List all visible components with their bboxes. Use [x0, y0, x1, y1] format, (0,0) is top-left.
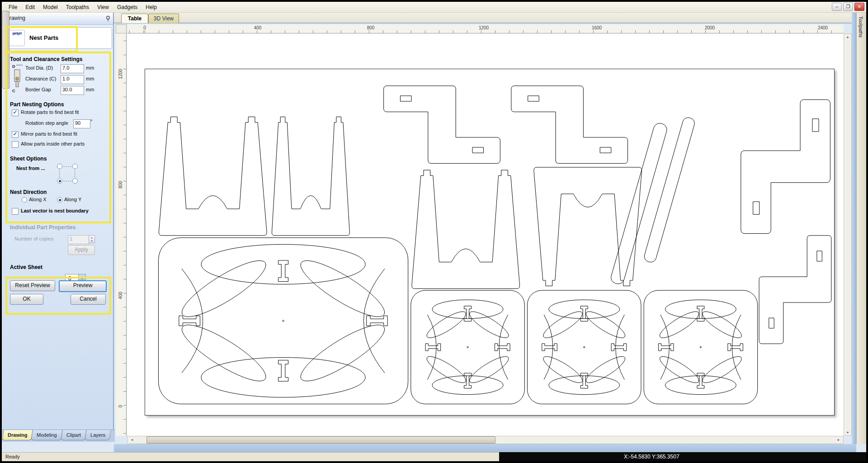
close-button[interactable]: ✕	[854, 3, 864, 11]
menu-gadgets[interactable]: Gadgets	[113, 3, 142, 12]
nest-from-top-right-radio[interactable]	[72, 164, 78, 169]
nest-from-connector	[63, 181, 71, 181]
along-x-radio[interactable]	[22, 197, 27, 203]
restore-button[interactable]: ❐	[843, 3, 853, 11]
clearance-unit: mm	[86, 76, 94, 81]
nest-direction-title: Nest Direction	[10, 189, 47, 195]
tool-dia-label: Tool Dia. (D)	[25, 65, 53, 71]
ok-button[interactable]: OK	[10, 294, 43, 305]
nest-from-top-left-radio[interactable]	[57, 164, 62, 169]
tab-layers[interactable]: Layers	[85, 430, 111, 440]
mirror-parts-label: Mirror parts to find best fit	[21, 131, 77, 137]
preview-button[interactable]: Preview	[59, 280, 107, 292]
rotate-parts-label: Rotate parts to find best fit	[21, 109, 79, 115]
nest-from-bottom-right-radio[interactable]	[72, 178, 78, 184]
gadget-icon: gadget	[9, 30, 25, 46]
ruler-label: 2000	[701, 25, 719, 30]
menubar: File Edit Model Toolpaths View Gadgets H…	[2, 2, 866, 13]
nest-parts-title: Nest Parts	[29, 34, 58, 41]
along-y-label: Along Y	[64, 197, 81, 202]
ruler-label: 400	[249, 25, 267, 30]
ruler-label: 800	[118, 176, 123, 194]
clearance-label: Clearance (C)	[25, 76, 56, 81]
apply-button: Apply	[68, 245, 95, 255]
rotation-step-field[interactable]: 90	[73, 119, 90, 128]
scroll-up-icon[interactable]: ▴	[844, 35, 851, 39]
clearance-field[interactable]: 1.0	[61, 75, 84, 84]
window-frame-strip	[114, 444, 856, 452]
tab-drawing[interactable]: Drawing	[2, 430, 33, 440]
scroll-right-icon[interactable]: ▸	[835, 438, 842, 442]
last-vector-checkbox[interactable]	[12, 208, 19, 215]
ruler-label: 2400	[814, 25, 832, 30]
nested-parts-drawing	[145, 69, 834, 415]
nest-from-connector	[75, 170, 75, 177]
copies-label: Number of copies	[14, 236, 53, 241]
copies-spinner	[89, 235, 95, 243]
tool-dia-unit: mm	[86, 65, 94, 71]
ruler-label: 1200	[118, 65, 123, 83]
vertical-ruler: 1200 800 400 0	[116, 33, 127, 436]
nest-from-connector	[59, 170, 60, 177]
minimize-button[interactable]: –	[832, 3, 842, 11]
toolpaths-tab-label: Toolpaths	[858, 16, 863, 38]
application-window: File Edit Model Toolpaths View Gadgets H…	[0, 0, 868, 463]
ruler-corner	[116, 24, 127, 33]
svg-text:C: C	[12, 89, 15, 93]
sheet-options-title: Sheet Options	[10, 156, 47, 162]
drawing-panel: Drawing gadget Nest Parts Tool and Clear…	[2, 13, 114, 441]
border-gap-field[interactable]: 30.0	[61, 86, 84, 95]
along-x-label: Along X	[29, 197, 47, 202]
material-sheet[interactable]	[145, 69, 835, 416]
vertical-scroll-thumb[interactable]	[2, 11, 9, 89]
active-sheet-label: Active Sheet	[10, 264, 42, 270]
reset-preview-button[interactable]: Reset Preview	[10, 280, 55, 291]
vertical-scrollbar[interactable]: ▴ ▾	[844, 33, 852, 436]
svg-text:D: D	[12, 64, 15, 69]
nest-from-label: Nest from ...	[16, 165, 45, 171]
ruler-label: 400	[118, 287, 123, 305]
view-tab-bar: Table 3D View	[114, 13, 856, 24]
tab-3d-view[interactable]: 3D View	[148, 14, 179, 23]
nest-parts-header: gadget Nest Parts	[4, 27, 112, 49]
menu-help[interactable]: Help	[142, 3, 161, 12]
rotation-step-unit: °	[90, 118, 92, 124]
menu-file[interactable]: File	[5, 3, 21, 12]
last-vector-label: Last vector is nest boundary	[21, 208, 89, 213]
mirror-parts-checkbox[interactable]	[12, 131, 19, 138]
panel-caption-bar: Drawing	[2, 13, 113, 25]
border-gap-unit: mm	[86, 87, 94, 92]
tab-table-view[interactable]: Table	[121, 14, 148, 23]
toolpaths-panel-tab[interactable]: Toolpaths	[856, 13, 866, 444]
nest-from-bottom-left-radio[interactable]	[57, 178, 62, 184]
part-nesting-title: Part Nesting Options	[10, 101, 64, 108]
ruler-label: 800	[362, 25, 380, 30]
tool-clearance-title: Tool and Clearance Settings	[10, 56, 82, 62]
allow-inside-checkbox[interactable]	[12, 141, 19, 148]
individual-properties-title: Individual Part Properties	[10, 224, 75, 231]
tool-dia-field[interactable]: 7.0	[61, 64, 84, 73]
rotate-parts-checkbox[interactable]	[12, 109, 19, 116]
menu-edit[interactable]: Edit	[21, 3, 39, 12]
pin-icon[interactable]	[105, 15, 111, 22]
horizontal-scroll-thumb[interactable]	[146, 436, 495, 444]
rotation-step-label: Rotation step angle	[25, 120, 68, 126]
menu-toolpaths[interactable]: Toolpaths	[62, 3, 93, 12]
status-ready-text: Ready	[2, 452, 499, 461]
allow-inside-label: Allow parts inside other parts	[21, 141, 85, 146]
tab-clipart[interactable]: Clipart	[61, 430, 86, 440]
ruler-label: 1200	[475, 25, 493, 30]
menu-view[interactable]: View	[93, 3, 113, 12]
menu-model[interactable]: Model	[39, 3, 62, 12]
cancel-button[interactable]: Cancel	[71, 294, 106, 305]
panel-tab-strip: Drawing Modeling Clipart Layers	[2, 430, 115, 442]
scroll-down-icon[interactable]: ▾	[844, 430, 851, 435]
along-y-radio[interactable]	[57, 197, 62, 203]
ruler-label: 1600	[588, 25, 606, 30]
nest-from-connector	[63, 166, 71, 167]
tab-modeling[interactable]: Modeling	[31, 430, 63, 440]
ruler-label: 0	[136, 25, 154, 30]
window-frame-strip	[852, 13, 856, 444]
tool-diagram-icon: D C	[11, 63, 24, 93]
scroll-left-icon[interactable]: ◂	[128, 438, 136, 442]
